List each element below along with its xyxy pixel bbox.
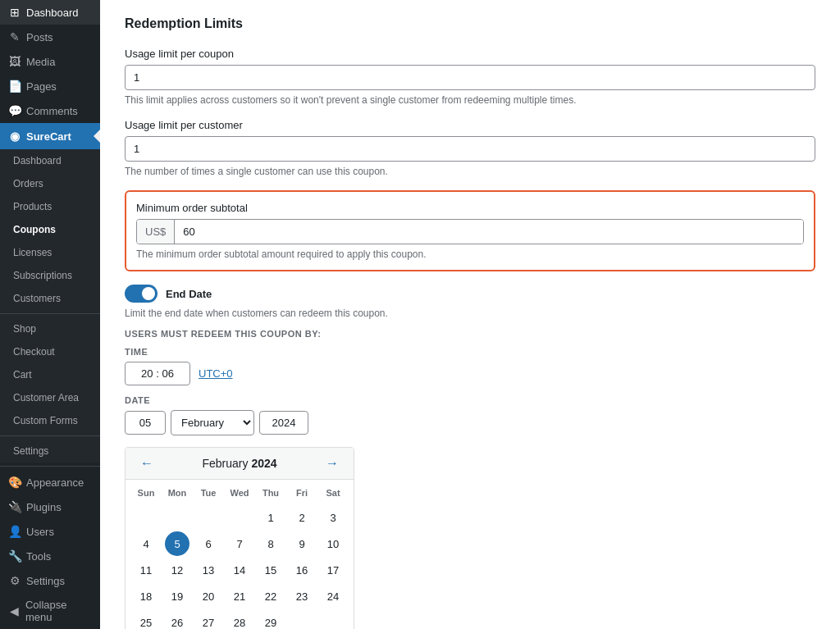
usage-per-coupon-label: Usage limit per coupon xyxy=(125,48,815,60)
calendar-day[interactable]: 14 xyxy=(227,558,252,582)
calendar-day xyxy=(165,505,189,530)
min-order-subtotal-label: Minimum order subtotal xyxy=(136,202,804,214)
sidebar-item-tools[interactable]: 🔧 Tools xyxy=(0,544,100,568)
settings-icon: ⚙ xyxy=(8,574,21,587)
usage-per-customer-input[interactable] xyxy=(125,136,815,162)
sidebar-item-appearance[interactable]: 🎨 Appearance xyxy=(0,470,100,495)
calendar-day[interactable]: 29 xyxy=(258,610,283,629)
content-area: Redemption Limits Usage limit per coupon… xyxy=(100,0,840,629)
calendar-day[interactable]: 13 xyxy=(196,558,221,582)
min-order-subtotal-input[interactable] xyxy=(175,220,803,244)
sidebar-item-dashboard[interactable]: ⊞ Dashboard xyxy=(0,0,100,25)
sidebar-item-sc-coupons[interactable]: Coupons xyxy=(0,218,100,241)
calendar-year: 2024 xyxy=(251,457,276,470)
calendar-day[interactable]: 28 xyxy=(227,610,252,629)
calendar-next-button[interactable]: → xyxy=(321,454,344,472)
date-row: January February March April May June Ju… xyxy=(125,410,815,435)
calendar-day[interactable]: 6 xyxy=(196,531,221,556)
calendar-day[interactable]: 7 xyxy=(227,531,252,556)
time-input[interactable] xyxy=(125,362,190,385)
main-content: Redemption Limits Usage limit per coupon… xyxy=(100,0,840,629)
calendar-day[interactable]: 19 xyxy=(165,584,189,608)
date-month-select[interactable]: January February March April May June Ju… xyxy=(171,410,254,435)
calendar-day xyxy=(196,505,221,530)
calendar-day[interactable]: 12 xyxy=(165,558,189,582)
currency-prefix: US$ xyxy=(137,220,175,244)
time-label: TIME xyxy=(125,347,815,357)
calendar-grid: Sun Mon Tue Wed Thu Fri Sat 123456789101… xyxy=(126,480,354,629)
collapse-icon: ◀ xyxy=(8,604,21,618)
calendar-day xyxy=(321,610,345,629)
calendar-prev-button[interactable]: ← xyxy=(135,454,158,472)
sidebar-item-sc-licenses[interactable]: Licenses xyxy=(0,241,100,264)
sidebar-item-sc-settings[interactable]: Settings xyxy=(0,440,100,463)
end-date-toggle[interactable] xyxy=(125,285,158,303)
sidebar-item-sc-orders[interactable]: Orders xyxy=(0,172,100,195)
weekday-mon: Mon xyxy=(162,485,193,501)
sidebar-item-sc-customer-area[interactable]: Customer Area xyxy=(0,386,100,409)
sidebar-item-collapse[interactable]: ◀ Collapse menu xyxy=(0,593,100,629)
weekday-sat: Sat xyxy=(317,485,349,501)
media-icon: 🖼 xyxy=(8,55,21,68)
calendar-day[interactable]: 3 xyxy=(321,505,345,530)
weekday-sun: Sun xyxy=(130,485,162,501)
toggle-slider xyxy=(125,285,158,303)
min-order-subtotal-group: Minimum order subtotal US$ The minimum o… xyxy=(125,190,815,271)
sidebar-item-sc-dashboard[interactable]: Dashboard xyxy=(0,149,100,172)
calendar-day[interactable]: 11 xyxy=(134,558,158,582)
calendar-day[interactable]: 4 xyxy=(134,531,158,556)
sidebar-item-surecart[interactable]: ◉ SureCart xyxy=(0,123,100,149)
calendar-days: 1234567891011121314151617181920212223242… xyxy=(130,504,349,629)
weekday-tue: Tue xyxy=(193,485,224,501)
sidebar-item-sc-cart[interactable]: Cart xyxy=(0,363,100,386)
sidebar-item-sc-subscriptions[interactable]: Subscriptions xyxy=(0,264,100,287)
calendar-day[interactable]: 20 xyxy=(196,584,221,608)
sidebar-item-users[interactable]: 👤 Users xyxy=(0,519,100,544)
sidebar-item-plugins[interactable]: 🔌 Plugins xyxy=(0,495,100,519)
calendar-day[interactable]: 23 xyxy=(290,584,314,608)
sidebar-item-comments[interactable]: 💬 Comments xyxy=(0,98,100,123)
surecart-submenu: Dashboard Orders Products Coupons Licens… xyxy=(0,149,100,463)
calendar-day[interactable]: 22 xyxy=(258,584,283,608)
end-date-label: End Date xyxy=(166,288,212,300)
calendar-day[interactable]: 21 xyxy=(227,584,252,608)
plugins-icon: 🔌 xyxy=(8,500,21,513)
calendar-day[interactable]: 9 xyxy=(290,531,314,556)
calendar-day[interactable]: 16 xyxy=(290,558,314,582)
weekday-wed: Wed xyxy=(224,485,255,501)
usage-per-coupon-input[interactable] xyxy=(125,65,815,90)
calendar-day[interactable]: 18 xyxy=(134,584,158,608)
section-title: Redemption Limits xyxy=(125,16,815,31)
dashboard-icon: ⊞ xyxy=(8,6,21,19)
date-day-input[interactable] xyxy=(125,411,166,435)
calendar: ← February 2024 → Sun Mon Tue Wed Thu Fr… xyxy=(125,447,354,629)
sidebar-item-sc-products[interactable]: Products xyxy=(0,195,100,218)
sidebar-item-sc-shop[interactable]: Shop xyxy=(0,317,100,340)
usage-per-customer-hint: The number of times a single customer ca… xyxy=(125,166,815,177)
date-year-input[interactable] xyxy=(259,411,308,435)
pages-icon: 📄 xyxy=(8,80,21,93)
calendar-day[interactable]: 10 xyxy=(321,531,345,556)
calendar-day[interactable]: 17 xyxy=(321,558,345,582)
sidebar-item-media[interactable]: 🖼 Media xyxy=(0,49,100,74)
sidebar-item-sc-checkout[interactable]: Checkout xyxy=(0,340,100,363)
sidebar-item-settings[interactable]: ⚙ Settings xyxy=(0,568,100,593)
utc-link[interactable]: UTC+0 xyxy=(199,367,233,380)
calendar-day[interactable]: 27 xyxy=(196,610,221,629)
calendar-day[interactable]: 24 xyxy=(321,584,345,608)
sidebar-item-posts[interactable]: ✎ Posts xyxy=(0,25,100,49)
calendar-day[interactable]: 15 xyxy=(258,558,283,582)
sidebar-item-sc-customers[interactable]: Customers xyxy=(0,287,100,310)
calendar-month-year: February 2024 xyxy=(202,457,276,470)
calendar-day[interactable]: 2 xyxy=(290,505,314,530)
min-order-subtotal-hint: The minimum order subtotal amount requir… xyxy=(136,248,804,260)
calendar-day[interactable]: 1 xyxy=(258,505,283,530)
sidebar-item-pages[interactable]: 📄 Pages xyxy=(0,74,100,98)
end-date-hint: Limit the end date when customers can re… xyxy=(125,308,815,319)
calendar-day[interactable]: 8 xyxy=(258,531,283,556)
sidebar-item-sc-custom-forms[interactable]: Custom Forms xyxy=(0,409,100,432)
date-label: DATE xyxy=(125,395,815,405)
calendar-day[interactable]: 5 xyxy=(165,531,189,556)
calendar-day[interactable]: 26 xyxy=(165,610,189,629)
calendar-day[interactable]: 25 xyxy=(134,610,158,629)
